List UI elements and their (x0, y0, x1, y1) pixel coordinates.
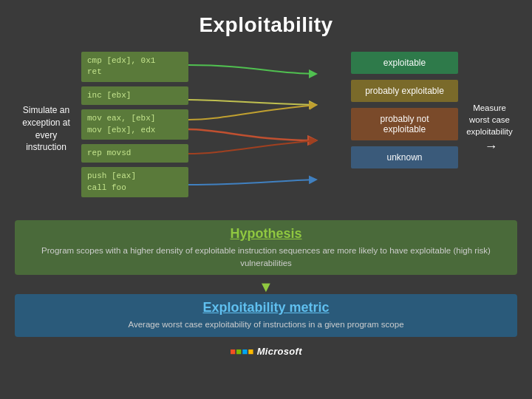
code-boxes: cmp [edx], 0x1 ret inc [ebx] mov eax, [e… (81, 52, 188, 197)
microsoft-logo-area: ■■■■ Microsoft (0, 341, 532, 357)
diagram-area: Simulate an exception at every instructi… (15, 44, 517, 214)
result-probably-exploitable: probably exploitable (351, 80, 458, 102)
metric-text: Average worst case exploitability of ins… (26, 318, 506, 331)
result-exploitable: exploitable (351, 52, 458, 74)
result-boxes: exploitable probably exploitable probabl… (351, 52, 458, 168)
down-arrow-icon: ▼ (0, 279, 532, 294)
hypothesis-text: Program scopes with a higher density of … (26, 245, 506, 269)
hypothesis-section: Hypothesis Program scopes with a higher … (15, 220, 517, 275)
page: Exploitability Simulate an exception at … (0, 0, 532, 399)
code-box-4: rep movsd (81, 144, 188, 163)
measure-label: Measure worst case exploitability → (462, 102, 517, 156)
code-box-3: mov eax, [ebx] mov [ebx], edx (81, 109, 188, 140)
page-title: Exploitability (0, 0, 532, 44)
result-probably-not: probably not exploitable (351, 108, 458, 140)
code-box-5: push [eax] call foo (81, 167, 188, 197)
microsoft-logo: ■■■■ Microsoft (0, 346, 532, 357)
hypothesis-title: Hypothesis (26, 226, 506, 242)
code-box-2: inc [ebx] (81, 86, 188, 105)
result-unknown: unknown (351, 146, 458, 168)
code-box-1: cmp [edx], 0x1 ret (81, 52, 188, 82)
metric-title: Exploitability metric (26, 300, 506, 316)
metric-section: Exploitability metric Average worst case… (15, 294, 517, 337)
simulate-label: Simulate an exception at every instructi… (15, 104, 78, 154)
